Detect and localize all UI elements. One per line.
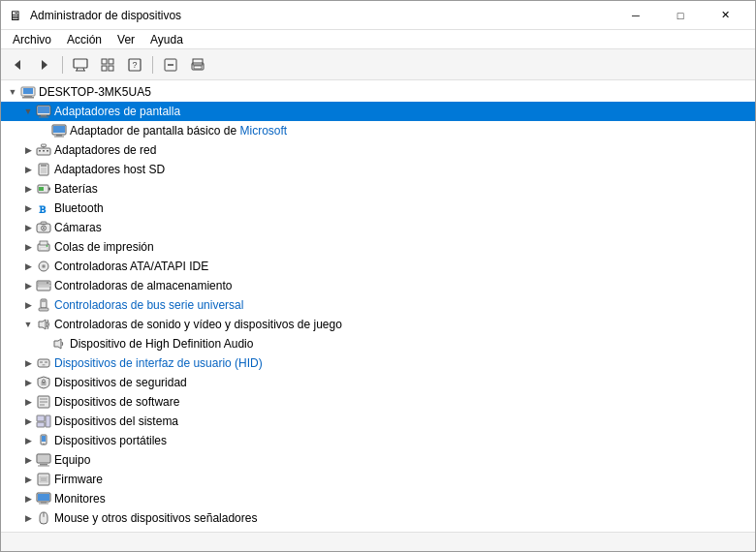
minimize-button[interactable]: ─ bbox=[614, 1, 658, 30]
toggle-portatiles[interactable]: ▶ bbox=[20, 433, 36, 448]
toggle-monitores[interactable]: ▶ bbox=[20, 491, 36, 506]
toggle-sistema[interactable]: ▶ bbox=[20, 414, 36, 429]
back-button[interactable] bbox=[5, 53, 30, 77]
svg-rect-7 bbox=[109, 59, 113, 64]
tree-item-bluetooth[interactable]: ▶ ʙ Bluetooth bbox=[1, 199, 755, 218]
toggle-colas[interactable]: ▶ bbox=[20, 239, 36, 255]
toggle-hid[interactable]: ▶ bbox=[20, 355, 36, 371]
tree-item-baterias[interactable]: ▶ Baterías bbox=[1, 179, 755, 199]
tree-item-software[interactable]: ▶ Dispositivos de software bbox=[1, 392, 755, 412]
icon-seguridad bbox=[36, 375, 51, 390]
tree-item-hid[interactable]: ▶ Dispositivos de interfaz de usuario (H… bbox=[1, 353, 755, 373]
forward-icon bbox=[39, 59, 50, 71]
toggle-almacenamiento[interactable]: ▶ bbox=[20, 278, 36, 293]
label-baterias: Baterías bbox=[54, 182, 98, 196]
label-mouse: Mouse y otros dispositivos señaladores bbox=[54, 511, 257, 525]
toggle-baterias[interactable]: ▶ bbox=[20, 181, 36, 197]
menu-archivo[interactable]: Archivo bbox=[5, 32, 59, 47]
statusbar bbox=[1, 532, 755, 551]
svg-rect-22 bbox=[38, 107, 49, 113]
icon-firmware bbox=[36, 472, 51, 487]
close-button[interactable]: ✕ bbox=[703, 1, 747, 30]
toggle-sonido[interactable]: ▼ bbox=[20, 317, 36, 332]
icon-sonido bbox=[36, 317, 51, 332]
tree-item-portatiles[interactable]: ▶ Dispositivos portátiles bbox=[1, 431, 755, 450]
icon-adaptadores-pantalla bbox=[36, 104, 51, 119]
menu-accion[interactable]: Acción bbox=[59, 32, 110, 47]
help-icon: ? bbox=[128, 58, 142, 72]
tree-item-root[interactable]: ▼ DESKTOP-3MK5UA5 bbox=[1, 82, 755, 102]
icon-equipo bbox=[36, 452, 51, 468]
toggle-adaptadores-red[interactable]: ▶ bbox=[20, 142, 36, 158]
back-icon bbox=[12, 59, 23, 71]
collapse-button[interactable] bbox=[158, 53, 183, 77]
tree-item-adaptadores-red[interactable]: ▶ Adaptadores de red bbox=[1, 140, 755, 160]
print-icon bbox=[190, 58, 205, 72]
toggle-ata[interactable]: ▶ bbox=[20, 259, 36, 274]
tree-item-ata[interactable]: ▶ Controladoras ATA/ATAPI IDE bbox=[1, 257, 755, 276]
svg-rect-83 bbox=[38, 466, 49, 467]
icon-baterias bbox=[36, 181, 51, 197]
svg-rect-82 bbox=[40, 464, 47, 466]
tree-item-adaptadores-pantalla[interactable]: ▼ Adaptadores de pantalla bbox=[1, 102, 755, 121]
label-adaptadores-red: Adaptadores de red bbox=[54, 143, 156, 157]
tree-item-mouse[interactable]: ▶ Mouse y otros dispositivos señaladores bbox=[1, 508, 755, 528]
toggle-seguridad[interactable]: ▶ bbox=[20, 375, 36, 390]
icon-bluetooth: ʙ bbox=[36, 200, 51, 216]
svg-rect-78 bbox=[42, 436, 46, 442]
menu-ver[interactable]: Ver bbox=[110, 32, 142, 47]
toggle-equipo[interactable]: ▶ bbox=[20, 452, 36, 468]
svg-rect-75 bbox=[37, 422, 45, 427]
svg-point-51 bbox=[47, 245, 48, 247]
toggle-bluetooth[interactable]: ▶ bbox=[20, 200, 36, 216]
titlebar-left: 🖥 Administrador de dispositivos bbox=[9, 8, 181, 23]
svg-marker-63 bbox=[54, 339, 61, 349]
svg-rect-34 bbox=[42, 144, 47, 147]
help-button[interactable]: ? bbox=[122, 53, 147, 77]
svg-rect-81 bbox=[38, 455, 49, 462]
svg-rect-66 bbox=[45, 361, 47, 363]
tree-item-hd-audio[interactable]: ▶ Dispositivo de High Definition Audio bbox=[1, 334, 755, 353]
toggle-camaras[interactable]: ▶ bbox=[20, 220, 36, 235]
tree-item-bus-serie[interactable]: ▶ Controladoras de bus serie universal bbox=[1, 295, 755, 315]
tree-item-sistema[interactable]: ▶ Dispositivos del sistema bbox=[1, 412, 755, 431]
maximize-button[interactable]: □ bbox=[658, 1, 703, 30]
tree-item-adaptadores-host[interactable]: ▶ Adaptadores host SD bbox=[1, 160, 755, 179]
tree-item-colas[interactable]: ▶ Colas de impresión bbox=[1, 237, 755, 257]
icon-ata bbox=[36, 259, 51, 274]
svg-rect-14 bbox=[193, 59, 203, 65]
grid-button[interactable] bbox=[95, 53, 120, 77]
tree-item-monitores[interactable]: ▶ Monitores bbox=[1, 489, 755, 508]
toggle-mouse[interactable]: ▶ bbox=[20, 510, 36, 526]
tree-item-adaptador-basico[interactable]: ▶ Adaptador de pantalla básico de Micros… bbox=[1, 121, 755, 140]
toggle-root[interactable]: ▼ bbox=[5, 84, 20, 100]
tree-item-equipo[interactable]: ▶ Equipo bbox=[1, 450, 755, 470]
toggle-bus-serie[interactable]: ▶ bbox=[20, 297, 36, 313]
svg-rect-9 bbox=[109, 66, 113, 71]
menu-ayuda[interactable]: Ayuda bbox=[142, 32, 191, 47]
tree-item-camaras[interactable]: ▶ Cámaras bbox=[1, 218, 755, 237]
tree-item-firmware[interactable]: ▶ Firmware bbox=[1, 470, 755, 489]
icon-colas bbox=[36, 239, 51, 255]
label-adaptador-basico: Adaptador de pantalla básico de Microsof… bbox=[70, 124, 287, 138]
tree-item-sonido[interactable]: ▼ Controladoras de sonido y vídeo y disp… bbox=[1, 315, 755, 334]
computer-button[interactable] bbox=[68, 53, 93, 77]
svg-rect-27 bbox=[56, 135, 62, 137]
svg-rect-8 bbox=[102, 66, 107, 71]
svg-point-79 bbox=[43, 444, 44, 445]
toggle-adaptadores-pantalla[interactable]: ▼ bbox=[20, 104, 36, 119]
toggle-adaptadores-host[interactable]: ▶ bbox=[20, 162, 36, 177]
forward-button[interactable] bbox=[32, 53, 57, 77]
svg-rect-67 bbox=[43, 364, 46, 366]
toggle-firmware[interactable]: ▶ bbox=[20, 472, 36, 487]
tree-item-seguridad[interactable]: ▶ Dispositivos de seguridad bbox=[1, 373, 755, 392]
label-equipo: Equipo bbox=[54, 453, 90, 467]
svg-rect-32 bbox=[47, 150, 48, 152]
toggle-software[interactable]: ▶ bbox=[20, 394, 36, 410]
svg-marker-0 bbox=[15, 60, 20, 70]
print-button[interactable] bbox=[185, 53, 210, 77]
svg-marker-1 bbox=[42, 60, 47, 70]
collapse-icon bbox=[164, 58, 177, 72]
tree-item-almacenamiento[interactable]: ▶ Controladoras de almacenamiento bbox=[1, 276, 755, 295]
device-tree[interactable]: ▼ DESKTOP-3MK5UA5 ▼ bbox=[1, 80, 755, 532]
